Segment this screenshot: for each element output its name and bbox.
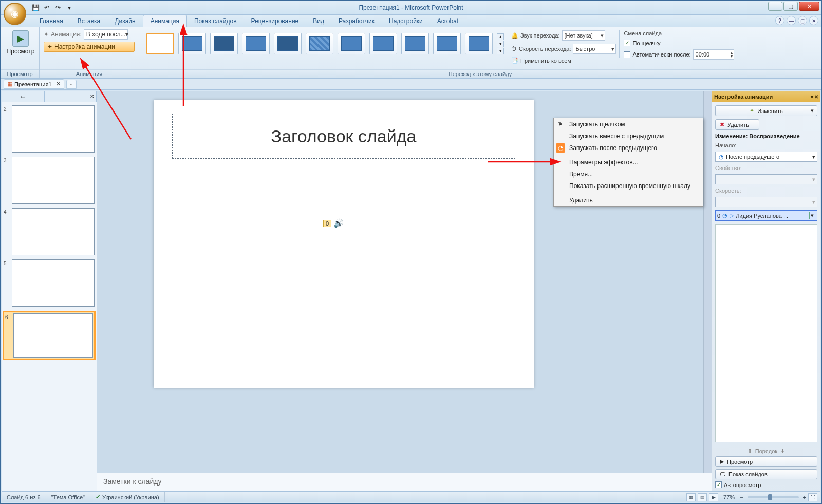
slide-thumb-selected[interactable]: 6 bbox=[3, 311, 96, 360]
remove-effect-label: Удалить bbox=[727, 122, 749, 128]
ctx-start-after-previous[interactable]: ◔Запускать после предыдущего bbox=[554, 142, 703, 154]
view-slideshow-icon[interactable]: ▶ bbox=[709, 493, 718, 501]
view-sorter-icon[interactable]: ▤ bbox=[698, 493, 707, 501]
transition-thumb[interactable] bbox=[369, 33, 397, 54]
mdi-close-icon[interactable]: ✕ bbox=[809, 16, 818, 25]
start-combo[interactable]: ◔После предыдущего ▾ bbox=[715, 152, 817, 162]
apply-all-button[interactable]: 📑Применить ко всем bbox=[511, 57, 616, 64]
speed-combo[interactable]: Быстро▾ bbox=[573, 44, 616, 54]
change-effect-button[interactable]: ✦ Изменить ▾ bbox=[715, 105, 817, 116]
minimize-button[interactable]: — bbox=[768, 2, 782, 11]
help-icon[interactable]: ? bbox=[775, 16, 784, 25]
transition-thumb[interactable] bbox=[242, 33, 270, 54]
title-placeholder[interactable]: Заголовок слайда bbox=[172, 114, 515, 159]
mdi-restore-icon[interactable]: ▢ bbox=[798, 16, 807, 25]
autopreview-checkbox[interactable]: ✓ bbox=[715, 481, 722, 488]
qat-undo-icon[interactable]: ↶ bbox=[42, 3, 52, 13]
animation-pane-title-text: Настройка анимации bbox=[714, 94, 773, 100]
pane-slideshow-button[interactable]: 🖵Показ слайдов bbox=[715, 469, 817, 479]
slide-thumb[interactable]: 3 bbox=[4, 157, 95, 204]
auto-time-spinner[interactable]: 00:00▴▾ bbox=[693, 49, 734, 60]
animation-item[interactable]: 0 ◔ ▷ Лидия Русланова ... ▾ bbox=[715, 210, 817, 221]
outline-tab[interactable]: ≣ bbox=[45, 91, 88, 102]
move-down-icon[interactable]: ⬇ bbox=[780, 447, 785, 454]
remove-effect-button[interactable]: ✖ Удалить bbox=[715, 119, 759, 130]
slide[interactable]: Заголовок слайда 0 🔊 bbox=[154, 100, 534, 388]
close-button[interactable]: ✕ bbox=[799, 2, 819, 11]
tab-insert[interactable]: Вставка bbox=[70, 15, 108, 27]
auto-after-checkbox[interactable] bbox=[624, 51, 630, 58]
transition-thumb[interactable] bbox=[401, 33, 429, 54]
slides-tab[interactable]: ▭ bbox=[2, 91, 45, 102]
zoom-slider[interactable] bbox=[748, 496, 799, 498]
chevron-down-icon[interactable]: ▾ bbox=[809, 212, 815, 219]
ctx-effect-options[interactable]: Параметры эффектов... bbox=[554, 156, 703, 168]
fit-window-icon[interactable]: ⛶ bbox=[808, 493, 817, 501]
tab-acrobat[interactable]: Acrobat bbox=[430, 15, 465, 27]
transition-thumb[interactable] bbox=[306, 33, 333, 54]
move-up-icon[interactable]: ⬆ bbox=[748, 447, 752, 454]
gallery-more-icon[interactable]: ▾ bbox=[497, 48, 504, 54]
pane-preview-button[interactable]: ▶Просмотр bbox=[715, 456, 817, 467]
maximize-button[interactable]: ▢ bbox=[783, 2, 798, 11]
tab-view[interactable]: Вид bbox=[306, 15, 331, 27]
document-tab[interactable]: ▦ Презентация1 ✕ bbox=[4, 79, 64, 89]
tab-review[interactable]: Рецензирование bbox=[244, 15, 306, 27]
ctx-remove[interactable]: Удалить bbox=[554, 194, 703, 206]
qat-more-icon[interactable]: ▾ bbox=[64, 3, 74, 13]
tab-design[interactable]: Дизайн bbox=[107, 15, 142, 27]
vertical-scrollbar[interactable] bbox=[703, 91, 712, 473]
view-normal-icon[interactable]: ▦ bbox=[686, 493, 696, 501]
qat-save-icon[interactable]: 💾 bbox=[30, 3, 41, 13]
slideshow-icon: 🖵 bbox=[720, 471, 725, 477]
slide-thumb[interactable]: 5 bbox=[4, 259, 95, 307]
ctx-timing[interactable]: Время... bbox=[554, 168, 703, 180]
autopreview-label: Автопросмотр bbox=[724, 482, 761, 488]
zoom-in-icon[interactable]: + bbox=[803, 494, 806, 500]
tab-addins[interactable]: Надстройки bbox=[382, 15, 430, 27]
preview-button[interactable]: ▶ Просмотр bbox=[4, 28, 38, 57]
pane-close-icon[interactable]: ✕ bbox=[814, 94, 818, 100]
office-button[interactable]: ◉ bbox=[4, 3, 26, 25]
zoom-value[interactable]: 77% bbox=[723, 494, 735, 500]
gallery-down-icon[interactable]: ▾ bbox=[497, 41, 504, 47]
window-controls: — ▢ ✕ bbox=[768, 2, 819, 11]
slide-thumb[interactable]: 2 bbox=[4, 105, 95, 153]
transition-thumb[interactable] bbox=[338, 33, 365, 54]
chevron-down-icon: ▾ bbox=[812, 199, 815, 206]
qat-redo-icon[interactable]: ↷ bbox=[53, 3, 63, 13]
zoom-out-icon[interactable]: − bbox=[740, 494, 743, 500]
slides-list[interactable]: 2 3 4 5 6 bbox=[2, 102, 97, 491]
transition-thumb[interactable] bbox=[210, 33, 238, 54]
tab-slideshow[interactable]: Показ слайдов bbox=[187, 15, 244, 27]
transition-thumb[interactable] bbox=[274, 33, 302, 54]
transition-gallery[interactable]: ▴ ▾ ▾ bbox=[142, 28, 508, 68]
tab-developer[interactable]: Разработчик bbox=[331, 15, 382, 27]
sound-object[interactable]: 0 🔊 bbox=[323, 218, 344, 228]
annotation-arrow bbox=[485, 157, 557, 169]
mdi-minimize-icon[interactable]: — bbox=[787, 16, 796, 25]
ctx-start-on-click[interactable]: 🖱Запускать щелчком bbox=[554, 118, 703, 130]
quick-access-toolbar: 💾 ↶ ↷ ▾ bbox=[30, 3, 74, 13]
on-click-checkbox[interactable]: ✓ bbox=[624, 40, 630, 46]
notes-pane[interactable]: Заметки к слайду bbox=[97, 473, 712, 491]
animation-list[interactable] bbox=[715, 224, 817, 442]
ctx-start-with-previous[interactable]: Запускать вместе с предыдущим bbox=[554, 130, 703, 142]
gallery-up-icon[interactable]: ▴ bbox=[497, 33, 504, 40]
status-language[interactable]: ✔Украинский (Украина) bbox=[90, 492, 165, 502]
new-window-button[interactable]: ▫ bbox=[66, 80, 77, 89]
pane-menu-icon[interactable]: ▾ bbox=[811, 94, 813, 100]
animate-combo[interactable]: В ходе посл...▾ bbox=[84, 29, 128, 40]
transition-none[interactable] bbox=[146, 33, 174, 54]
close-doc-icon[interactable]: ✕ bbox=[56, 81, 61, 87]
clock-icon: ◔ bbox=[722, 212, 727, 219]
sound-combo[interactable]: [Нет звука]▾ bbox=[562, 30, 605, 41]
custom-animation-button[interactable]: ✦ Настройка анимации bbox=[44, 42, 135, 52]
tab-animation[interactable]: Анимация bbox=[143, 15, 187, 27]
tab-home[interactable]: Главная bbox=[32, 15, 70, 27]
transition-thumb[interactable] bbox=[465, 33, 493, 54]
slide-thumb[interactable]: 4 bbox=[4, 208, 95, 255]
transition-thumb[interactable] bbox=[433, 33, 461, 54]
clock-icon: ◔ bbox=[556, 143, 565, 153]
ctx-show-timeline[interactable]: Показать расширенную временную шкалу bbox=[554, 180, 703, 192]
